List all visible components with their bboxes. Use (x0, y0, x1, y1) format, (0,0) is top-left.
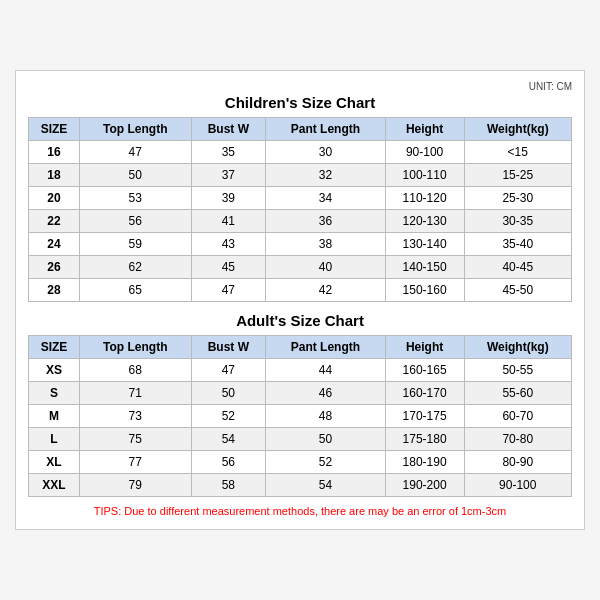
table-cell: 16 (29, 141, 80, 164)
table-cell: 77 (79, 451, 191, 474)
table-cell: 47 (79, 141, 191, 164)
table-cell: 45-50 (464, 279, 571, 302)
column-header: Top Length (79, 336, 191, 359)
table-cell: 50-55 (464, 359, 571, 382)
chart-container: UNIT: CM Children's Size Chart SIZETop L… (15, 70, 585, 530)
table-cell: XXL (29, 474, 80, 497)
table-cell: 110-120 (385, 187, 464, 210)
table-row: 26624540140-15040-45 (29, 256, 572, 279)
table-cell: 62 (79, 256, 191, 279)
table-cell: 175-180 (385, 428, 464, 451)
table-cell: 60-70 (464, 405, 571, 428)
table-cell: 52 (191, 405, 266, 428)
column-header: Top Length (79, 118, 191, 141)
table-cell: 25-30 (464, 187, 571, 210)
table-row: XL775652180-19080-90 (29, 451, 572, 474)
table-cell: 15-25 (464, 164, 571, 187)
table-row: XXL795854190-20090-100 (29, 474, 572, 497)
table-cell: 56 (79, 210, 191, 233)
table-row: L755450175-18070-80 (29, 428, 572, 451)
table-cell: 35 (191, 141, 266, 164)
table-cell: 65 (79, 279, 191, 302)
table-cell: XS (29, 359, 80, 382)
table-cell: 170-175 (385, 405, 464, 428)
table-cell: 90-100 (385, 141, 464, 164)
adult-title: Adult's Size Chart (28, 312, 572, 329)
table-row: 20533934110-12025-30 (29, 187, 572, 210)
column-header: SIZE (29, 118, 80, 141)
table-cell: 55-60 (464, 382, 571, 405)
table-cell: 50 (79, 164, 191, 187)
table-cell: 20 (29, 187, 80, 210)
table-cell: 30 (266, 141, 386, 164)
table-row: 24594338130-14035-40 (29, 233, 572, 256)
table-cell: 52 (266, 451, 386, 474)
table-row: M735248170-17560-70 (29, 405, 572, 428)
table-cell: 47 (191, 279, 266, 302)
column-header: Height (385, 118, 464, 141)
table-cell: 48 (266, 405, 386, 428)
table-cell: 35-40 (464, 233, 571, 256)
adult-table: SIZETop LengthBust WPant LengthHeightWei… (28, 335, 572, 497)
table-cell: 50 (191, 382, 266, 405)
table-cell: 24 (29, 233, 80, 256)
table-cell: 39 (191, 187, 266, 210)
children-table: SIZETop LengthBust WPant LengthHeightWei… (28, 117, 572, 302)
column-header: Weight(kg) (464, 118, 571, 141)
table-cell: 73 (79, 405, 191, 428)
table-cell: M (29, 405, 80, 428)
column-header: Pant Length (266, 336, 386, 359)
table-cell: 32 (266, 164, 386, 187)
table-cell: 38 (266, 233, 386, 256)
table-cell: 53 (79, 187, 191, 210)
table-row: XS684744160-16550-55 (29, 359, 572, 382)
table-cell: 130-140 (385, 233, 464, 256)
table-cell: 40 (266, 256, 386, 279)
table-cell: 150-160 (385, 279, 464, 302)
column-header: Bust W (191, 336, 266, 359)
table-cell: 45 (191, 256, 266, 279)
table-cell: 43 (191, 233, 266, 256)
table-cell: 22 (29, 210, 80, 233)
column-header: Bust W (191, 118, 266, 141)
table-cell: 56 (191, 451, 266, 474)
table-cell: 70-80 (464, 428, 571, 451)
table-row: S715046160-17055-60 (29, 382, 572, 405)
table-cell: 59 (79, 233, 191, 256)
unit-label: UNIT: CM (28, 81, 572, 92)
table-cell: 140-150 (385, 256, 464, 279)
table-cell: 58 (191, 474, 266, 497)
table-row: 1647353090-100<15 (29, 141, 572, 164)
table-cell: 30-35 (464, 210, 571, 233)
table-cell: 46 (266, 382, 386, 405)
table-cell: 80-90 (464, 451, 571, 474)
table-cell: 34 (266, 187, 386, 210)
table-row: 22564136120-13030-35 (29, 210, 572, 233)
table-cell: 79 (79, 474, 191, 497)
column-header: SIZE (29, 336, 80, 359)
table-cell: XL (29, 451, 80, 474)
table-cell: L (29, 428, 80, 451)
table-cell: 47 (191, 359, 266, 382)
table-cell: 28 (29, 279, 80, 302)
table-cell: 120-130 (385, 210, 464, 233)
table-cell: 40-45 (464, 256, 571, 279)
table-cell: 75 (79, 428, 191, 451)
table-row: 28654742150-16045-50 (29, 279, 572, 302)
table-cell: 26 (29, 256, 80, 279)
table-cell: 180-190 (385, 451, 464, 474)
table-row: 18503732100-11015-25 (29, 164, 572, 187)
table-cell: 50 (266, 428, 386, 451)
column-header: Pant Length (266, 118, 386, 141)
table-cell: 42 (266, 279, 386, 302)
table-cell: 44 (266, 359, 386, 382)
table-cell: 36 (266, 210, 386, 233)
table-cell: 54 (191, 428, 266, 451)
table-cell: <15 (464, 141, 571, 164)
table-cell: S (29, 382, 80, 405)
table-cell: 37 (191, 164, 266, 187)
table-cell: 68 (79, 359, 191, 382)
column-header: Height (385, 336, 464, 359)
table-cell: 54 (266, 474, 386, 497)
children-title: Children's Size Chart (28, 94, 572, 111)
